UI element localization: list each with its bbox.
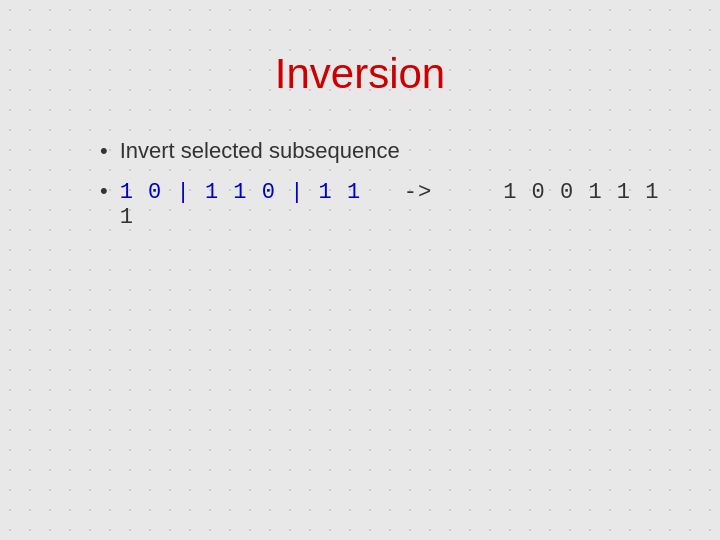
slide-container: Inversion • Invert selected subsequence … bbox=[0, 30, 720, 540]
bullet-dot-1: • bbox=[100, 138, 108, 164]
content-area: • Invert selected subsequence • 1 0 | 1 … bbox=[100, 138, 660, 230]
slide-title: Inversion bbox=[60, 50, 660, 98]
bullet-text-2: 1 0 | 1 1 0 | 1 1 -> 1 0 0 1 1 1 1 bbox=[120, 180, 660, 230]
code-arrow: -> bbox=[375, 180, 489, 205]
bullet-dot-2: • bbox=[100, 178, 108, 204]
bullet-item-1: • Invert selected subsequence bbox=[100, 138, 660, 164]
bullet-item-2: • 1 0 | 1 1 0 | 1 1 -> 1 0 0 1 1 1 1 bbox=[100, 178, 660, 230]
code-prefix: 1 0 | 1 1 0 | 1 1 bbox=[120, 180, 361, 205]
bullet-text-1: Invert selected subsequence bbox=[120, 138, 400, 164]
